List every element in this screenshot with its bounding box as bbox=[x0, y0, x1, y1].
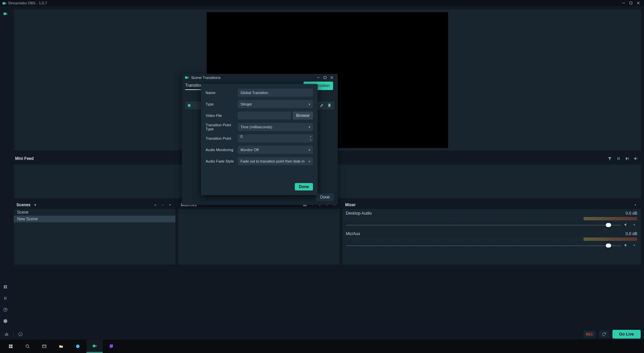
scenes-panel: Scenes ▾ ＋ － Scene New Scene bbox=[14, 201, 175, 265]
mute-icon[interactable] bbox=[624, 243, 629, 249]
svg-rect-40 bbox=[43, 345, 46, 348]
skip-icon[interactable] bbox=[624, 155, 631, 162]
window-title: Streamlabs OBS - 1.0.7 bbox=[8, 1, 620, 5]
twitch-icon[interactable] bbox=[103, 340, 119, 353]
edit-icon[interactable] bbox=[320, 103, 324, 108]
tp-label: Transition Point bbox=[206, 136, 238, 140]
afs-label: Audio Fade Style bbox=[206, 159, 238, 163]
svg-rect-17 bbox=[628, 157, 629, 160]
rail-dashboard-icon[interactable] bbox=[0, 281, 10, 293]
remove-scene-icon[interactable]: － bbox=[160, 202, 165, 208]
svg-rect-30 bbox=[7, 334, 8, 336]
task-view-icon[interactable] bbox=[36, 340, 52, 353]
mixer-meter bbox=[346, 237, 637, 241]
mixer-slider[interactable] bbox=[346, 225, 621, 226]
window-close-button[interactable] bbox=[635, 0, 642, 6]
window-titlebar: Streamlabs OBS - 1.0.7 bbox=[0, 0, 644, 6]
mixer-title: Mixer bbox=[345, 203, 356, 207]
info-icon[interactable] bbox=[17, 332, 24, 337]
ch-settings-icon[interactable] bbox=[632, 222, 637, 228]
scene-row[interactable]: New Scene bbox=[14, 216, 175, 222]
modal-close-button[interactable] bbox=[328, 75, 335, 80]
video-file-input[interactable] bbox=[238, 112, 291, 120]
svg-point-20 bbox=[635, 204, 636, 206]
start-button[interactable] bbox=[3, 340, 19, 353]
svg-rect-2 bbox=[630, 2, 632, 4]
scenes-title: Scenes bbox=[16, 203, 31, 207]
status-bar: REC Go Live bbox=[0, 329, 644, 340]
svg-rect-10 bbox=[4, 297, 5, 300]
windows-taskbar bbox=[0, 340, 644, 353]
svg-rect-37 bbox=[11, 347, 13, 348]
mixer-ch-db: 0.0 dB bbox=[626, 211, 637, 216]
name-label: Name bbox=[206, 91, 238, 95]
tp-stepper[interactable]: 0 bbox=[238, 134, 313, 142]
video-file-label: Video File bbox=[206, 114, 238, 118]
svg-line-39 bbox=[28, 347, 29, 348]
svg-rect-11 bbox=[6, 297, 6, 300]
settings-scene-icon[interactable] bbox=[167, 203, 173, 207]
form-done-button[interactable]: Done bbox=[295, 183, 313, 190]
rail-pause-icon[interactable] bbox=[0, 293, 10, 304]
modal-app-icon bbox=[184, 75, 189, 80]
tpt-select[interactable]: Time (milliseconds) bbox=[238, 123, 313, 131]
rail-help-icon[interactable] bbox=[0, 304, 10, 315]
am-select[interactable]: Monitor Off bbox=[238, 146, 313, 154]
svg-rect-35 bbox=[11, 345, 13, 346]
streamlabs-icon[interactable] bbox=[87, 340, 103, 353]
rail-editor-icon[interactable] bbox=[0, 8, 10, 19]
rec-toggle[interactable]: REC bbox=[583, 330, 596, 338]
svg-rect-25 bbox=[324, 77, 326, 79]
svg-rect-36 bbox=[9, 347, 11, 348]
mixer-slider[interactable] bbox=[346, 245, 621, 246]
svg-point-21 bbox=[634, 224, 635, 225]
name-input[interactable] bbox=[238, 89, 313, 97]
pause-icon[interactable] bbox=[615, 155, 622, 162]
modal-minimize-button[interactable] bbox=[315, 75, 322, 80]
am-label: Audio Monitoring bbox=[206, 148, 238, 152]
window-maximize-button[interactable] bbox=[627, 0, 635, 6]
active-dot-icon bbox=[188, 104, 191, 107]
stats-icon[interactable] bbox=[3, 332, 10, 337]
afs-select[interactable]: Fade out to transition point then fade i… bbox=[238, 157, 313, 165]
search-icon[interactable] bbox=[19, 340, 36, 353]
svg-rect-0 bbox=[3, 2, 5, 5]
modal-maximize-button[interactable] bbox=[322, 75, 328, 80]
mini-feed-title: Mini Feed bbox=[15, 156, 34, 161]
svg-rect-9 bbox=[5, 287, 7, 289]
svg-rect-7 bbox=[5, 285, 7, 286]
browse-button[interactable]: Browse bbox=[293, 112, 313, 120]
filter-icon[interactable] bbox=[606, 155, 613, 162]
explorer-icon[interactable] bbox=[53, 340, 69, 353]
go-live-button[interactable]: Go Live bbox=[612, 330, 641, 339]
svg-rect-29 bbox=[6, 333, 7, 336]
type-select[interactable]: Stinger bbox=[238, 100, 313, 108]
tpt-label: Transition Point Type bbox=[206, 123, 238, 131]
edge-icon[interactable] bbox=[70, 340, 86, 353]
rail-settings-icon[interactable] bbox=[0, 315, 10, 327]
svg-point-22 bbox=[634, 245, 635, 246]
app-icon bbox=[2, 1, 6, 5]
scene-name: Scene bbox=[17, 210, 29, 215]
mixer-settings-icon[interactable] bbox=[633, 203, 638, 207]
mixer-meter bbox=[346, 217, 637, 220]
svg-rect-43 bbox=[93, 345, 95, 347]
side-rail bbox=[0, 6, 10, 329]
svg-point-18 bbox=[169, 204, 171, 206]
modal-done-button[interactable]: Done bbox=[316, 193, 334, 201]
add-scene-icon[interactable]: ＋ bbox=[153, 202, 158, 208]
scene-row[interactable]: Scene bbox=[14, 209, 175, 216]
scene-name: New Scene bbox=[17, 217, 38, 221]
volume-icon[interactable] bbox=[633, 155, 639, 162]
type-label: Type bbox=[206, 102, 238, 106]
mute-icon[interactable] bbox=[624, 222, 629, 228]
mixer-channel: Desktop Audio 0.0 dB bbox=[342, 209, 641, 229]
caret-down-icon[interactable]: ▾ bbox=[33, 203, 38, 207]
svg-point-38 bbox=[26, 345, 29, 347]
sources-panel: Sources ＋ － bbox=[178, 201, 340, 265]
svg-rect-5 bbox=[3, 13, 6, 15]
replay-icon[interactable] bbox=[599, 330, 609, 338]
window-minimize-button[interactable] bbox=[620, 0, 627, 6]
trash-icon[interactable] bbox=[327, 103, 332, 108]
ch-settings-icon[interactable] bbox=[632, 243, 637, 249]
